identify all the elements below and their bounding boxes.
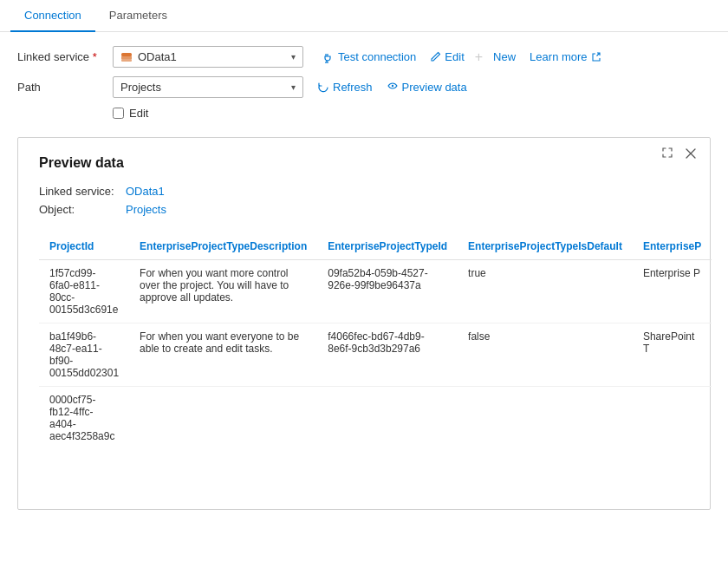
svg-rect-0	[121, 53, 132, 56]
preview-panel: Preview data Linked service: OData1 Obje…	[17, 137, 711, 510]
linked-service-meta-label: Linked service:	[39, 185, 126, 198]
table-header-row: ProjectId EnterpriseProjectTypeDescripti…	[39, 233, 712, 260]
table-cell: For when you want more control over the …	[129, 260, 317, 323]
col-header-isdefault: EnterpriseProjectTypeIsDefault	[458, 233, 633, 260]
tab-connection[interactable]: Connection	[10, 0, 95, 32]
linked-service-value: OData1	[138, 50, 284, 63]
linked-service-label: Linked service *	[17, 50, 113, 63]
edit-linked-service-button[interactable]: Edit	[425, 47, 469, 67]
table-cell	[458, 387, 633, 450]
preview-data-button[interactable]: Preview data	[381, 77, 472, 97]
database-icon	[120, 51, 133, 63]
edit-checkbox-label: Edit	[129, 107, 148, 120]
new-linked-service-button[interactable]: New	[488, 47, 521, 67]
edit-checkbox[interactable]	[113, 108, 124, 119]
plug-icon	[322, 51, 335, 63]
table-cell: ba1f49b6-48c7-ea11-bf90-00155dd02301	[39, 323, 129, 387]
preview-panel-toolbar	[658, 145, 699, 163]
col-header-desc: EnterpriseProjectTypeDescription	[129, 233, 317, 260]
linked-service-row: Linked service * OData1 ▾ Test connec	[17, 46, 711, 68]
table-row: ba1f49b6-48c7-ea11-bf90-00155dd02301For …	[39, 323, 712, 387]
table-row: 1f57cd99-6fa0-e811-80cc-00155d3c691eFor …	[39, 260, 712, 323]
table-cell: SharePoint T	[633, 323, 712, 387]
form-area: Linked service * OData1 ▾ Test connec	[0, 32, 728, 128]
path-label: Path	[17, 81, 113, 94]
table-cell	[317, 387, 458, 450]
table-row: 0000cf75-fb12-4ffc-a404-aec4f3258a9c	[39, 387, 712, 450]
required-star: *	[89, 50, 97, 63]
test-connection-button[interactable]: Test connection	[317, 47, 421, 67]
linked-service-dropdown[interactable]: OData1 ▾	[113, 46, 303, 68]
linked-service-meta: Linked service: OData1	[39, 185, 689, 198]
edit-checkbox-row: Edit	[113, 107, 711, 120]
chevron-down-icon: ▾	[291, 52, 296, 62]
svg-point-5	[391, 84, 393, 86]
path-controls: Projects ▾ Refresh Preview data	[113, 76, 472, 98]
svg-rect-2	[121, 59, 132, 62]
path-dropdown[interactable]: Projects ▾	[113, 76, 303, 98]
table-cell	[633, 387, 712, 450]
external-link-icon	[591, 52, 601, 62]
tab-bar: Connection Parameters	[0, 0, 728, 32]
table-cell: 09fa52b4-059b-4527-926e-99f9be96437a	[317, 260, 458, 323]
tab-parameters[interactable]: Parameters	[95, 0, 181, 32]
linked-service-meta-value: OData1	[126, 185, 165, 198]
path-row: Path Projects ▾ Refresh	[17, 76, 711, 98]
refresh-button[interactable]: Refresh	[312, 77, 378, 97]
expand-icon[interactable]	[658, 145, 677, 163]
col-header-typeid: EnterpriseProjectTypeId	[317, 233, 458, 260]
table-cell: For when you want everyone to be able to…	[129, 323, 317, 387]
table-cell: 1f57cd99-6fa0-e811-80cc-00155d3c691e	[39, 260, 129, 323]
table-cell: true	[458, 260, 633, 323]
table-cell: 0000cf75-fb12-4ffc-a404-aec4f3258a9c	[39, 387, 129, 450]
table-cell	[129, 387, 317, 450]
table-cell: false	[458, 323, 633, 387]
path-value: Projects	[120, 81, 284, 94]
refresh-icon	[317, 82, 329, 94]
col-header-projectid: ProjectId	[39, 233, 129, 260]
preview-icon	[387, 82, 399, 94]
object-meta-label: Object:	[39, 203, 126, 216]
path-actions: Refresh Preview data	[312, 77, 472, 97]
linked-service-toolbar: Test connection Edit + New Learn more	[317, 47, 606, 67]
table-cell: Enterprise P	[633, 260, 712, 323]
preview-title: Preview data	[39, 155, 689, 171]
object-meta: Object: Projects	[39, 203, 689, 216]
learn-more-button[interactable]: Learn more	[524, 47, 605, 67]
object-meta-value: Projects	[126, 203, 166, 216]
pencil-icon	[430, 51, 441, 62]
separator: +	[475, 49, 483, 65]
path-chevron-icon: ▾	[291, 82, 296, 92]
preview-table: ProjectId EnterpriseProjectTypeDescripti…	[39, 233, 712, 449]
svg-rect-1	[121, 56, 132, 59]
preview-content: Preview data Linked service: OData1 Obje…	[18, 138, 710, 467]
table-cell: f4066fec-bd67-4db9-8e6f-9cb3d3b297a6	[317, 323, 458, 387]
close-icon[interactable]	[682, 145, 699, 163]
col-header-ep: EnterpriseP	[633, 233, 712, 260]
